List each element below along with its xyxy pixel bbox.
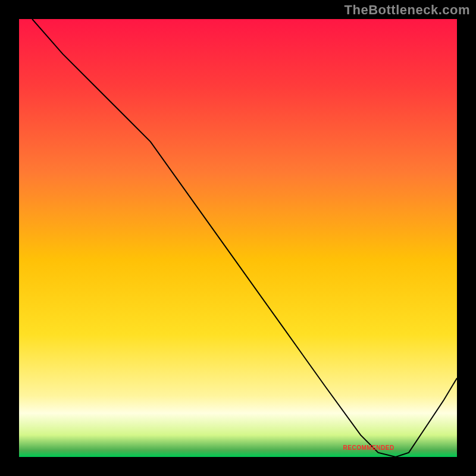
chart-container: TheBottleneck.com RECOMMENDED [0,0,476,476]
watermark-text: TheBottleneck.com [345,2,470,18]
data-curve [19,19,457,457]
plot-area: RECOMMENDED [18,18,458,458]
recommended-annotation: RECOMMENDED [343,444,394,451]
